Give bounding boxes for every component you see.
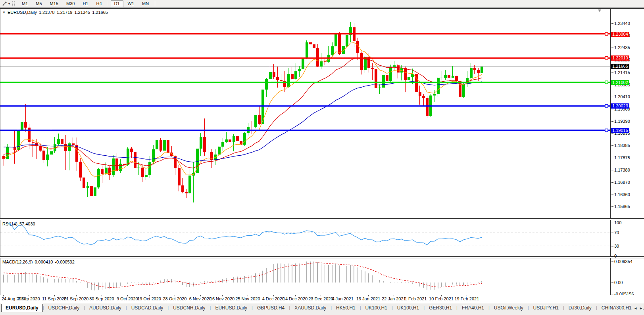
chart-tab-uk100-h1[interactable]: UK100,H1	[393, 304, 423, 312]
price-tick-label: 1.20410	[614, 94, 630, 99]
candle	[50, 151, 53, 155]
chart-tab-audusd-daily[interactable]: AUDUSD,Daily	[85, 304, 126, 312]
candle	[331, 46, 334, 55]
chart-title: ▼ EURUSD,Daily 1.21378 1.21719 1.21345 1…	[2, 10, 108, 15]
chart-tab-uk100-h1[interactable]: UK100,H1	[361, 304, 392, 312]
chart-tab-xauusd-daily[interactable]: XAUUSD,Daily	[290, 304, 331, 312]
chart-tab-eurusd-daily[interactable]: EURUSD,Daily	[1, 304, 43, 312]
macd-plot[interactable]	[0, 258, 610, 295]
candle	[408, 77, 410, 80]
price-tick-label: 1.15865	[614, 204, 630, 209]
candles	[2, 22, 483, 202]
toolbar-grip[interactable]	[12, 1, 15, 6]
rsi-name: RSI(14)	[2, 221, 17, 226]
candle	[178, 168, 181, 185]
date-axis[interactable]: 24 Aug 20202 Sep 202011 Sep 202021 Sep 2…	[0, 295, 644, 303]
date-label: 21 Sep 2020	[64, 296, 88, 301]
chart-tab-ger30-h1[interactable]: GER30,H1	[425, 304, 456, 312]
timeframe-button-mn[interactable]: MN	[138, 0, 152, 7]
candle	[280, 80, 283, 81]
chart-tab-eurusd-daily[interactable]: EURUSD,Daily	[211, 304, 252, 312]
candle	[236, 136, 239, 141]
date-label: 11 Sep 2020	[42, 296, 67, 301]
chart-tab-usdjpy-h1[interactable]: USDJPY,H1	[529, 304, 563, 312]
candle	[448, 75, 450, 77]
date-label: 19 Oct 2020	[137, 296, 161, 301]
price-axis[interactable]: 1.234401.229301.224351.219251.214151.209…	[611, 9, 644, 218]
macd-axis[interactable]: 0.0093540.00-0.005156	[611, 258, 644, 295]
rsi-tick-label: 30	[614, 244, 619, 249]
candle	[42, 151, 45, 160]
candle	[112, 158, 115, 175]
candle	[101, 169, 104, 174]
date-label: 19 Feb 2021	[455, 296, 479, 301]
chart-tabs: EURUSD,Daily|USDCHF,Daily|AUDUSD,Daily|U…	[1, 304, 644, 312]
moving-average-50	[4, 82, 482, 162]
level-line-handle[interactable]	[605, 129, 608, 132]
moving-average-8	[4, 43, 482, 177]
level-line-handle[interactable]	[605, 105, 608, 107]
level-price-badge: 1.20023	[611, 103, 629, 109]
candlestick-plot[interactable]	[0, 9, 610, 218]
timeframe-button-h1[interactable]: H1	[79, 0, 92, 7]
price-tick-label: 1.21415	[614, 70, 630, 75]
chart-close: 1.21665	[92, 10, 108, 15]
macd-panel[interactable]: MACD(12,26,9)0.000410-0.000532 0.0093540…	[0, 258, 644, 295]
chart-tab-usdchf-daily[interactable]: USDCHF,Daily	[44, 304, 84, 312]
timeframe-button-w1[interactable]: W1	[124, 0, 138, 7]
candle	[382, 75, 385, 87]
macd-main-value: 0.000410	[35, 260, 53, 264]
chart-tab-fra40-h1[interactable]: FRA40,H1	[458, 304, 488, 312]
candle	[46, 155, 49, 160]
macd-signal-value: -0.000532	[55, 260, 75, 264]
level-line-handle[interactable]	[605, 57, 608, 59]
timeframe-button-h4[interactable]: H4	[92, 0, 105, 7]
candle	[68, 143, 71, 151]
macd-signal-line	[4, 263, 482, 287]
date-label: 6 Nov 2020	[189, 296, 211, 301]
timeframe-button-m1[interactable]: M1	[18, 0, 31, 7]
chart-tab-usdcnh-daily[interactable]: USDCNH,Daily	[169, 304, 210, 312]
price-tick-label: 1.16360	[614, 192, 630, 197]
chart-tab-china300-h1[interactable]: CHINA300,H1	[597, 304, 636, 312]
candle	[225, 139, 228, 142]
candle	[207, 152, 210, 152]
macd-tick-label: 0.009354	[614, 259, 632, 264]
candle	[459, 81, 461, 97]
timeframe-button-m30[interactable]: M30	[63, 0, 78, 7]
macd-histogram	[4, 262, 482, 290]
chart-tab-dj30-daily[interactable]: DJ30,Daily	[564, 304, 596, 312]
candle	[90, 186, 93, 196]
date-label: 22 Jan 2021	[382, 296, 406, 301]
rsi-plot[interactable]	[0, 220, 610, 256]
timeframe-button-m15[interactable]: M15	[46, 0, 62, 7]
candle	[145, 175, 148, 177]
tab-scroll-left-icon[interactable]: ◄	[634, 306, 637, 310]
chart-tab-gbpusd-h4[interactable]: GBPUSD,H4	[253, 304, 289, 312]
current-price-badge: 1.21665	[611, 64, 629, 69]
chart-tab-bar: EURUSD,Daily|USDCHF,Daily|AUDUSD,Daily|U…	[0, 303, 644, 315]
candle	[411, 74, 414, 77]
level-line-handle[interactable]	[605, 81, 608, 84]
chart-shift-marker[interactable]	[598, 10, 601, 12]
chart-tab-hk50-h1[interactable]: HK50,H1	[332, 304, 360, 312]
rsi-panel[interactable]: RSI(14)57.4030 10070300	[0, 220, 644, 257]
date-label: 4 Dec 2020	[262, 296, 285, 301]
timeframe-button-d1[interactable]: D1	[111, 0, 123, 7]
tab-scroll-right-icon[interactable]: ►	[639, 306, 643, 310]
chart-symbol: EURUSD,Daily	[8, 10, 37, 15]
candle	[251, 127, 254, 127]
timeframe-button-m5[interactable]: M5	[32, 0, 45, 7]
chart-tab-usdcad-daily[interactable]: USDCAD,Daily	[127, 304, 168, 312]
candle	[440, 78, 443, 78]
candle	[13, 147, 16, 150]
chart-tab-usoil-weekly[interactable]: USOil,Weekly	[490, 304, 528, 312]
candle	[306, 42, 308, 58]
timeframe-buttons: M1M5M15M30H1H4D1W1MN	[18, 0, 153, 7]
tool-dropdown-icon[interactable]: ▾	[8, 2, 10, 6]
rsi-axis[interactable]: 10070300	[611, 220, 644, 256]
level-line-handle[interactable]	[605, 32, 608, 35]
cursor-tool-icon[interactable]	[1, 0, 8, 7]
chart-collapse-icon[interactable]: ▼	[2, 11, 6, 14]
main-chart-panel[interactable]: ▼ EURUSD,Daily 1.21378 1.21719 1.21345 1…	[0, 8, 644, 219]
